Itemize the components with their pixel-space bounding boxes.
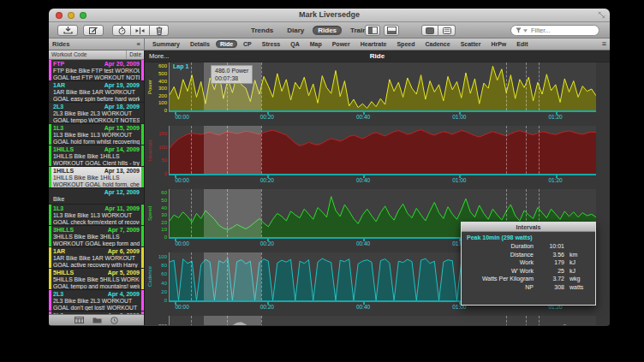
y-tick: 600 bbox=[153, 63, 167, 68]
app-window: Mark Liversedge TrendsDiaryRidesTrain bbox=[49, 9, 610, 326]
title-bar[interactable]: Mark Liversedge bbox=[49, 9, 610, 22]
tiled-view-button[interactable] bbox=[421, 25, 438, 36]
ride-row[interactable]: 1L3Apr 3, 20091L3 Bike Bike 1L3 WORKOUT bbox=[49, 312, 144, 314]
filter-input[interactable] bbox=[529, 26, 594, 35]
filter-field[interactable] bbox=[510, 25, 599, 36]
y-axis-ticks: 100150200 bbox=[153, 316, 169, 325]
tab-cadence[interactable]: Cadence bbox=[420, 40, 454, 48]
toggle-bottom-panel-button[interactable] bbox=[384, 25, 399, 36]
interval-stat-row: NP308watts bbox=[467, 283, 590, 292]
ride-row[interactable]: 1L3Apr 11, 20091L3 Bike Bike 1L3 WORKOUT… bbox=[49, 205, 144, 226]
x-tick-label: 01:00 bbox=[452, 114, 466, 120]
tab-heartrate[interactable]: Heartrate bbox=[356, 40, 391, 48]
split-arrows-icon bbox=[135, 27, 145, 34]
x-tick-label: 00:40 bbox=[356, 304, 370, 310]
column-workout-code[interactable]: Workout Code bbox=[49, 50, 127, 59]
ride-description: 5HILLS Bike Bike 5HILLS WORKOUT bbox=[53, 276, 140, 283]
interval-marker bbox=[506, 126, 507, 174]
ride-row[interactable]: 1ARApr 19, 20091AR Bike Bike 1AR WORKOUT… bbox=[49, 81, 144, 103]
ride-row[interactable]: 3HILLSApr 7, 20093HILLS Bike Bike 3HILLS… bbox=[49, 226, 144, 247]
interval-marker bbox=[506, 316, 507, 325]
tab-edit[interactable]: Edit bbox=[512, 40, 532, 48]
tabbed-view-icon bbox=[443, 27, 451, 34]
tab-cp[interactable]: CP bbox=[239, 40, 256, 48]
tab-speed[interactable]: Speed bbox=[392, 40, 419, 48]
column-date[interactable]: Date bbox=[127, 50, 144, 59]
tab-ride[interactable]: Ride bbox=[216, 40, 237, 48]
x-tick-label: 00:00 bbox=[175, 114, 188, 120]
plot-area-altitude[interactable] bbox=[169, 316, 596, 325]
ride-description: GOAL easy spin before hard work bbox=[53, 96, 140, 103]
interval-stat-pl: NP bbox=[467, 283, 534, 292]
workout-code: 5HILLS bbox=[53, 270, 74, 276]
ride-row[interactable]: Apr 12, 2009Bike bbox=[49, 188, 144, 205]
ride-row[interactable]: 1HILLSApr 14, 20091HILLS Bike Bike 1HILL… bbox=[49, 145, 144, 167]
ride-list[interactable]: FTPApr 20, 2009FTP Bike Bike FTP test WO… bbox=[49, 60, 144, 314]
selection-region[interactable] bbox=[204, 126, 261, 174]
chart-altitude: Altitude10015020000:0000:2000:4001:0001:… bbox=[146, 316, 596, 325]
tab-details[interactable]: Details bbox=[186, 40, 214, 48]
analysis-tab-bar: SummaryDetailsRideCPStressQAMapPowerHear… bbox=[145, 39, 610, 50]
split-ride-button[interactable] bbox=[131, 25, 150, 36]
selection-region[interactable] bbox=[204, 189, 261, 237]
ride-row[interactable]: 1ARApr 6, 20091AR Bike Bike 1AR WORKOUTG… bbox=[49, 247, 144, 269]
ride-row[interactable]: 1HILLSApr 13, 20091HILLS Bike Bike 1HILL… bbox=[49, 167, 144, 188]
interval-marker bbox=[261, 252, 262, 300]
ride-row[interactable]: 2L3Apr 4, 20092L3 Bike Bike 2L3 WORKOUTG… bbox=[49, 290, 144, 312]
delete-ride-button[interactable] bbox=[150, 25, 169, 36]
manual-entry-button[interactable] bbox=[83, 25, 104, 36]
interval-marker bbox=[191, 62, 192, 110]
x-tick-label: 01:20 bbox=[548, 177, 562, 183]
x-tick-label: 00:20 bbox=[260, 114, 274, 120]
chart-menu-icon[interactable]: ≡ bbox=[602, 40, 606, 48]
y-tick: 150 bbox=[153, 131, 167, 136]
import-ride-button[interactable] bbox=[57, 25, 78, 36]
tab-summary[interactable]: Summary bbox=[148, 40, 184, 48]
ride-date: Apr 19, 2009 bbox=[104, 82, 140, 89]
plot-area-heartrate[interactable] bbox=[169, 126, 596, 174]
ride-date: Apr 3, 2009 bbox=[108, 312, 140, 314]
selection-region[interactable] bbox=[204, 252, 261, 300]
y-tick: 40 bbox=[153, 205, 167, 211]
tab-qa[interactable]: QA bbox=[286, 40, 304, 48]
folder-icon[interactable] bbox=[92, 317, 102, 323]
tab-scatter[interactable]: Scatter bbox=[456, 40, 486, 48]
ride-row[interactable]: 2L3Apr 18, 20092L3 Bike Bike 2L3 WORKOUT… bbox=[49, 103, 144, 124]
tab-stress[interactable]: Stress bbox=[258, 40, 284, 48]
view-tab-trends[interactable]: Trends bbox=[246, 26, 278, 35]
workout-code: FTP bbox=[53, 61, 64, 68]
toggle-sidebar-button[interactable] bbox=[365, 25, 380, 36]
view-tab-diary[interactable]: Diary bbox=[282, 26, 309, 35]
interval-stat-row: W' Work25kJ bbox=[467, 267, 590, 276]
list-column-headers[interactable]: Workout Code Date bbox=[49, 50, 144, 60]
tabbed-view-button[interactable] bbox=[438, 25, 456, 36]
ride-row[interactable]: 1L3Apr 15, 20091L3 Bike Bike 1L3 WORKOUT… bbox=[49, 124, 144, 145]
sidebar-menu-icon[interactable]: ≡ bbox=[137, 41, 140, 48]
interval-marker bbox=[526, 62, 527, 110]
tiled-view-icon bbox=[426, 27, 434, 34]
stopwatch-button[interactable] bbox=[112, 25, 131, 36]
calendar-view-icon[interactable] bbox=[75, 317, 84, 323]
desktop-background: Mark Liversedge TrendsDiaryRidesTrain bbox=[0, 0, 644, 362]
intervals-popup-titlebar[interactable]: Intervals bbox=[462, 223, 595, 232]
y-tick: 50 bbox=[153, 157, 167, 163]
sidebar-title: Rides bbox=[52, 40, 69, 48]
view-tab-bar: TrendsDiaryRidesTrain bbox=[246, 25, 372, 36]
tab-map[interactable]: Map bbox=[306, 40, 326, 48]
ride-date: Apr 7, 2009 bbox=[108, 227, 140, 234]
x-tick-label: 01:00 bbox=[452, 177, 466, 183]
y-tick: 60 bbox=[153, 190, 167, 195]
view-tab-rides[interactable]: Rides bbox=[313, 26, 342, 35]
selection-region[interactable] bbox=[204, 316, 261, 325]
plot-area-power[interactable]: Lap 1486.0 Power00:07:38 bbox=[169, 62, 596, 110]
interval-marker bbox=[191, 316, 192, 325]
ride-row[interactable]: 5HILLSApr 5, 20095HILLS Bike Bike 5HILLS… bbox=[49, 269, 144, 290]
tab-power[interactable]: Power bbox=[328, 40, 355, 48]
resize-icon[interactable] bbox=[598, 11, 605, 19]
ride-row[interactable]: FTPApr 20, 2009FTP Bike Bike FTP test WO… bbox=[49, 60, 144, 81]
interval-stat-row: Duration10:01 bbox=[467, 242, 590, 251]
ride-description: 1L3 Bike Bike 1L3 WORKOUT bbox=[53, 132, 140, 139]
tab-hrpw[interactable]: HrPw bbox=[486, 40, 510, 48]
clock-icon[interactable] bbox=[110, 317, 118, 324]
ride-description: 2L3 Bike Bike 2L3 WORKOUT bbox=[53, 298, 140, 305]
